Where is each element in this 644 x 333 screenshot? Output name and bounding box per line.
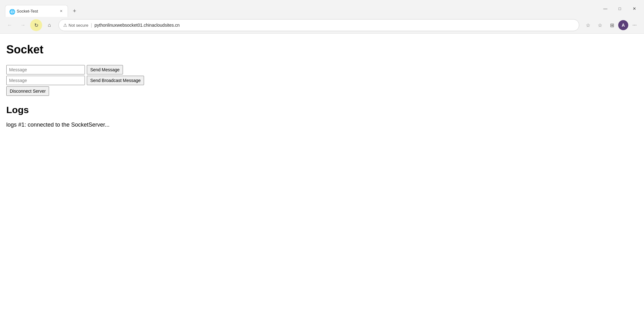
new-tab-button[interactable]: + xyxy=(69,6,80,16)
tab-title: Socket-Test xyxy=(17,9,56,14)
close-button[interactable]: ✕ xyxy=(627,3,641,14)
nav-bar: ← → ↻ ⌂ ⚠ Not secure | pythonlinuxwebsoc… xyxy=(0,17,644,33)
maximize-button[interactable]: □ xyxy=(613,3,627,14)
not-secure-label: Not secure xyxy=(69,23,88,28)
send-message-button[interactable]: Send Message xyxy=(87,65,123,74)
nav-toolbar-right: ☆ ☆ ⊞ A ··· xyxy=(582,19,640,31)
address-url: pythonlinuxwebsocket01.chinacloudsites.c… xyxy=(95,23,575,28)
active-tab[interactable]: 🌐 Socket-Test ✕ xyxy=(5,5,68,17)
log-entry-1: logs #1: connected to the SocketServer..… xyxy=(6,122,638,128)
message-input-2[interactable] xyxy=(6,76,85,85)
message-input-1[interactable] xyxy=(6,65,85,74)
collections-button[interactable]: ⊞ xyxy=(606,19,618,31)
warning-icon: ⚠ xyxy=(63,23,67,28)
tab-favicon: 🌐 xyxy=(9,9,14,14)
refresh-button[interactable]: ↻ xyxy=(30,19,42,31)
send-broadcast-row: Send Broadcast Message xyxy=(6,76,638,85)
window-controls: — □ ✕ xyxy=(598,3,641,14)
address-bar[interactable]: ⚠ Not secure | pythonlinuxwebsocket01.ch… xyxy=(58,19,579,31)
tab-strip: 🌐 Socket-Test ✕ + xyxy=(5,0,80,17)
not-secure-indicator: ⚠ Not secure xyxy=(63,23,88,28)
address-separator: | xyxy=(91,23,92,28)
disconnect-row: Disconnect Server xyxy=(6,86,638,96)
send-broadcast-button[interactable]: Send Broadcast Message xyxy=(87,76,144,85)
tabs-container: 🌐 Socket-Test ✕ + xyxy=(3,0,598,17)
controls-area: Send Message Send Broadcast Message Disc… xyxy=(6,65,638,96)
tab-close-button[interactable]: ✕ xyxy=(58,8,64,14)
disconnect-button[interactable]: Disconnect Server xyxy=(6,86,49,96)
profile-avatar[interactable]: A xyxy=(618,20,628,30)
add-favorite-button[interactable]: ☆ xyxy=(582,19,594,31)
minimize-button[interactable]: — xyxy=(598,3,613,14)
browser-chrome: 🌐 Socket-Test ✕ + — □ ✕ ← → ↻ xyxy=(0,0,644,34)
favorites-button[interactable]: ☆ xyxy=(594,19,606,31)
page-content: Socket Send Message Send Broadcast Messa… xyxy=(0,34,644,333)
title-bar: 🌐 Socket-Test ✕ + — □ ✕ xyxy=(0,0,644,17)
home-button[interactable]: ⌂ xyxy=(43,19,55,31)
send-message-row: Send Message xyxy=(6,65,638,74)
logs-title: Logs xyxy=(6,105,638,115)
page-title: Socket xyxy=(6,43,638,56)
more-button[interactable]: ··· xyxy=(629,19,640,31)
back-button[interactable]: ← xyxy=(4,19,16,31)
forward-button[interactable]: → xyxy=(17,19,29,31)
